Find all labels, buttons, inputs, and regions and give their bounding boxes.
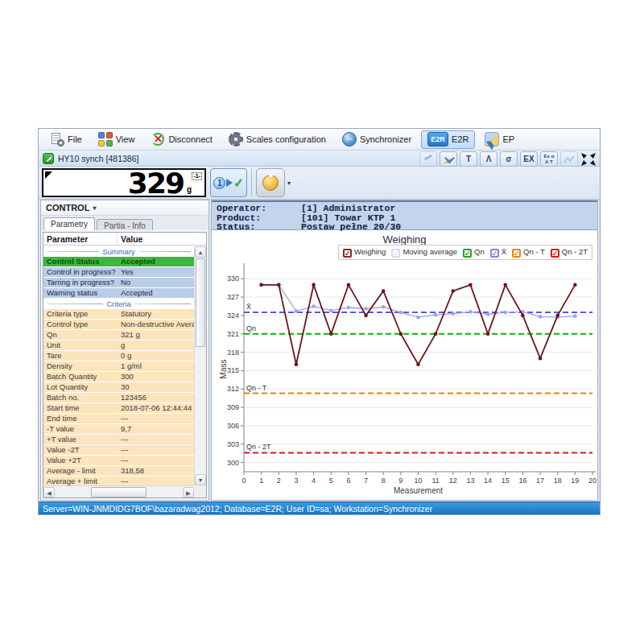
legend-checkbox[interactable]: ✓ xyxy=(463,249,472,258)
weighing-panel: Operator: [1] Administrator Product: [10… xyxy=(211,200,598,501)
scroll-down-arrow[interactable]: ▼ xyxy=(195,474,206,485)
scroll-right-arrow[interactable]: ▶ xyxy=(183,487,194,497)
scale-tab[interactable]: HY10 synch [481386] xyxy=(43,153,138,164)
legend-checkbox[interactable]: ✓ xyxy=(343,249,352,258)
svg-text:321: 321 xyxy=(227,330,239,338)
scroll-left-arrow[interactable]: ◀ xyxy=(43,487,55,497)
container-button[interactable] xyxy=(256,168,285,197)
table-row[interactable]: Tarring in progress?No xyxy=(43,278,194,287)
distribution-button[interactable]: Λ xyxy=(480,151,497,167)
data-point xyxy=(382,305,386,309)
scroll-up-arrow[interactable]: ▲ xyxy=(195,246,206,258)
param-cell: Lot Quantity xyxy=(43,382,118,392)
column-parameter[interactable]: Parameter xyxy=(43,233,118,245)
table-row[interactable]: Start time2018-07-06 12:44:44 xyxy=(43,403,194,413)
table-row[interactable]: Qn321 g xyxy=(43,330,194,340)
ep-button[interactable]: EP xyxy=(478,130,521,149)
scale-tab-title: HY10 synch [481386] xyxy=(58,154,138,163)
scales-configuration-button[interactable]: Scales configuration xyxy=(222,130,332,149)
combined-stats-button[interactable]: Ex σΛ T xyxy=(540,151,558,167)
section-label: Criteria xyxy=(106,299,131,308)
stability-marker-icon xyxy=(45,171,52,179)
vertical-scroll-thumb[interactable] xyxy=(196,258,205,347)
table-row[interactable]: Value +2T--- xyxy=(43,456,194,465)
chart-legend: ✓Weighing✓Moving average✓Qn✓X̄✓Qn - T✓Qn… xyxy=(338,245,592,260)
svg-text:15: 15 xyxy=(502,477,510,485)
pencil-icon xyxy=(423,155,433,164)
scale-tabbar: HY10 synch [481386] T Λ σ EX Ex σΛ T xyxy=(39,151,600,167)
table-row[interactable]: Criteria typeStatutory xyxy=(43,309,194,319)
info-block: Operator: [1] Administrator Product: [10… xyxy=(212,200,597,230)
expand-chart-button[interactable] xyxy=(580,151,597,167)
data-point xyxy=(503,283,507,287)
value-cell: 1 g/ml xyxy=(118,361,194,371)
horizontal-scrollbar[interactable]: ◀ ▶ xyxy=(43,485,194,497)
t-label: T xyxy=(466,155,471,163)
sigma-button[interactable]: σ xyxy=(500,151,518,167)
table-row[interactable]: Batch Quantity300 xyxy=(43,372,194,382)
value-cell: 9,7 xyxy=(118,424,194,434)
table-row[interactable]: Average - limit318,58 xyxy=(43,466,194,476)
legend-item-qn-2t: ✓Qn - 2T xyxy=(551,247,588,258)
data-point xyxy=(469,310,473,314)
scrollbar-corner xyxy=(194,485,206,497)
disconnect-button[interactable]: ✕ Disconnect xyxy=(144,130,218,149)
table-row[interactable]: Unitg xyxy=(43,341,194,350)
legend-item-weighing: ✓Weighing xyxy=(343,247,386,258)
table-row[interactable]: Warning statusAccepted xyxy=(43,288,194,298)
table-row[interactable]: Control in progress?Yes xyxy=(43,267,194,277)
data-point xyxy=(539,357,543,361)
param-cell: Control in progress? xyxy=(43,267,118,277)
param-cell: Warning status xyxy=(43,288,118,298)
scale-display-row: 329 g -1- 1 ✓ ▾ xyxy=(39,167,600,200)
data-point xyxy=(521,314,525,318)
table-row[interactable]: Average + limit--- xyxy=(43,477,194,485)
tab-partia-info[interactable]: Partia - Info xyxy=(97,219,153,230)
synchronizer-button[interactable]: Synchronizer xyxy=(336,130,418,149)
legend-checkbox[interactable]: ✓ xyxy=(551,249,559,258)
data-point xyxy=(364,314,368,318)
table-row[interactable]: Density1 g/ml xyxy=(43,361,194,371)
data-point xyxy=(399,311,403,315)
legend-checkbox[interactable]: ✓ xyxy=(391,249,400,258)
view-button[interactable]: View xyxy=(92,130,142,149)
table-row[interactable]: +T value--- xyxy=(43,435,194,444)
table-row[interactable]: Batch no.123456 xyxy=(43,393,194,402)
table-row[interactable]: Control typeNon-destructive Average Tare xyxy=(43,320,194,329)
table-row[interactable]: Value -2T--- xyxy=(43,445,194,455)
horizontal-scroll-thumb[interactable] xyxy=(91,487,147,497)
svg-text:16: 16 xyxy=(518,477,526,485)
chart-type-button[interactable] xyxy=(560,151,578,167)
file-button[interactable]: File xyxy=(43,130,89,149)
table-row[interactable]: End time--- xyxy=(43,414,194,423)
view-button-label: View xyxy=(116,134,135,144)
parameter-table: Parameter Value SummaryControl StatusAcc… xyxy=(43,232,207,498)
table-row[interactable]: -T value9,7 xyxy=(43,424,194,434)
table-row[interactable]: Lot Quantity30 xyxy=(43,382,194,392)
mini-chart-icon xyxy=(564,155,575,164)
container-dropdown-arrow[interactable]: ▾ xyxy=(287,180,291,187)
legend-checkbox[interactable]: ✓ xyxy=(512,249,521,258)
operator-label: Operator: xyxy=(217,204,301,213)
ex-button[interactable]: EX xyxy=(520,151,538,167)
edit-tool-button[interactable] xyxy=(419,151,437,167)
e2r-badge-icon: E2R xyxy=(427,132,448,147)
chart-title: Weighing xyxy=(212,233,597,246)
column-value[interactable]: Value xyxy=(118,233,206,245)
data-point xyxy=(539,315,543,319)
param-cell: Average + limit xyxy=(43,477,118,485)
ref-line-label: Qn - 2T xyxy=(246,443,271,451)
confirm-measurement-button[interactable]: 1 ✓ xyxy=(210,168,247,197)
tab-parametry[interactable]: Parametry xyxy=(43,217,95,230)
vertical-scrollbar[interactable]: ▲ ▼ xyxy=(194,246,206,485)
table-row[interactable]: Tare0 g xyxy=(43,351,194,361)
data-point xyxy=(573,314,577,318)
value-cell: --- xyxy=(118,435,194,444)
tare-line-button[interactable]: T xyxy=(460,151,477,167)
e2r-button[interactable]: E2R E2R xyxy=(421,130,475,149)
clear-tool-button[interactable] xyxy=(440,151,457,167)
table-row[interactable]: Control StatusAccepted xyxy=(43,257,194,266)
param-cell: Unit xyxy=(43,341,118,350)
legend-checkbox[interactable]: ✓ xyxy=(490,249,499,258)
control-panel-header[interactable]: CONTROL ▾ xyxy=(41,200,208,216)
